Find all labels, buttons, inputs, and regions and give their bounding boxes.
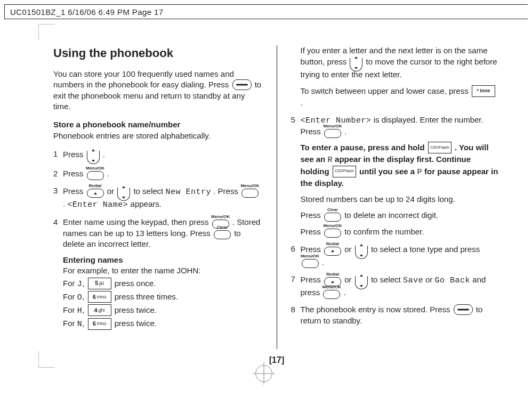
example-n: For N, 6mno press twice. bbox=[63, 318, 263, 330]
store-subtext: Phonebook entries are stored alphabetica… bbox=[53, 131, 211, 140]
example-h: For H, 4ghi press twice. bbox=[63, 305, 263, 317]
page: UC01501BZ_1 6/16/06 6:49 PM Page 17 Usin… bbox=[0, 0, 532, 397]
char: P bbox=[417, 168, 422, 177]
key-label: Redial bbox=[89, 183, 102, 189]
text: or bbox=[425, 276, 435, 285]
step-number: 4 bbox=[53, 217, 63, 330]
text: . bbox=[103, 150, 105, 159]
text: You can store your 100 frequently used n… bbox=[53, 69, 234, 89]
key-digit: 5 bbox=[95, 279, 98, 287]
display-text: Go Back bbox=[435, 277, 471, 286]
clear-key-icon: Clear bbox=[324, 213, 341, 222]
keypad-5-icon: 5jkl bbox=[88, 278, 111, 289]
menu-ok-key-icon: Menu/OK bbox=[302, 259, 319, 268]
text: , bbox=[82, 319, 86, 328]
entering-heading: Entering names bbox=[63, 255, 123, 264]
text: to confirm the number. bbox=[344, 227, 424, 236]
entering-example: For example, to enter the name JOHN: bbox=[63, 266, 200, 275]
step-6: 6 Press Redial or to select a tone type … bbox=[291, 244, 501, 268]
key-label: Menu/OK bbox=[240, 183, 259, 189]
text: press twice. bbox=[115, 319, 157, 328]
key-label: CID/Flash bbox=[335, 168, 354, 174]
text: to select a tone type and press bbox=[371, 245, 480, 254]
step-body: Enter name using the keypad, then press … bbox=[63, 217, 263, 330]
text: . bbox=[344, 127, 346, 136]
step-8: 8 The phonebook entry is now stored. Pre… bbox=[291, 304, 501, 326]
text: until you see a bbox=[359, 167, 417, 176]
step-number: 8 bbox=[291, 304, 301, 326]
text: Press bbox=[63, 187, 86, 196]
keypad-6-icon: 6mno bbox=[88, 291, 111, 303]
print-header-text: UC01501BZ_1 6/16/06 6:49 PM Page 17 bbox=[10, 7, 164, 17]
clear-key-icon: Clear bbox=[214, 230, 231, 239]
text: press three times. bbox=[115, 292, 178, 301]
menu-ok-key-icon: Menu/OK bbox=[323, 290, 340, 299]
step-number: 2 bbox=[53, 168, 63, 179]
text: Press bbox=[301, 245, 324, 254]
example-j: For J, 5jkl press once. bbox=[63, 278, 263, 290]
key-digit: 6 bbox=[93, 320, 96, 328]
key-label: * tone bbox=[477, 87, 490, 94]
text: To switch between upper and lower case, … bbox=[301, 86, 471, 95]
example-o: For O, 6mno press three times. bbox=[63, 291, 263, 303]
text: . Press bbox=[213, 187, 240, 196]
text: or bbox=[344, 245, 354, 254]
step-4: 4 Enter name using the keypad, then pres… bbox=[53, 217, 263, 330]
display-text: New Entry bbox=[165, 188, 211, 197]
text: For bbox=[63, 279, 77, 288]
step-body: Press Redial or to select New Entry . Pr… bbox=[63, 185, 263, 210]
text: The phonebook entry is now stored. Press bbox=[301, 305, 453, 314]
menu-ok-key-icon: Menu/OK bbox=[324, 129, 341, 138]
star-tone-key-icon: * tone bbox=[472, 85, 495, 97]
key-digit: 4 bbox=[94, 306, 97, 314]
menu-ok-key-icon: Menu/OK bbox=[87, 171, 104, 180]
crop-mark-icon bbox=[38, 351, 55, 368]
key-letters: jkl bbox=[99, 280, 104, 287]
char: H bbox=[77, 306, 83, 315]
char: J bbox=[77, 280, 83, 289]
redial-key-icon: Redial bbox=[87, 189, 104, 198]
key-letters: ghi bbox=[99, 307, 105, 313]
stored-length-note: Stored numbers can be up to 24 digits lo… bbox=[301, 194, 501, 205]
text: Enter name using the keypad, then press bbox=[63, 217, 211, 226]
text: Press bbox=[301, 276, 324, 285]
print-header: UC01501BZ_1 6/16/06 6:49 PM Page 17 bbox=[4, 4, 528, 19]
text: to select bbox=[371, 276, 403, 285]
page-number: [17] bbox=[269, 355, 284, 365]
key-label: Menu/OK bbox=[301, 254, 319, 260]
continuation-note: If you enter a letter and the next lette… bbox=[291, 45, 501, 108]
registration-mark-icon bbox=[255, 365, 277, 386]
end-key-icon bbox=[454, 304, 473, 315]
text: to select bbox=[133, 187, 165, 196]
key-label: Menu/OK bbox=[86, 166, 104, 172]
text: For bbox=[63, 305, 77, 314]
key-label: Redial bbox=[326, 272, 339, 278]
text: press twice. bbox=[115, 305, 157, 314]
right-column: If you enter a letter and the next lette… bbox=[277, 45, 501, 349]
key-label: Menu/OK bbox=[323, 124, 342, 129]
text: to delete an incorrect digit. bbox=[344, 210, 438, 220]
crop-mark-icon bbox=[38, 24, 55, 40]
text: For bbox=[63, 319, 77, 328]
key-label: Clear bbox=[217, 225, 228, 231]
store-heading-block: Store a phonebook name/number Phonebook … bbox=[53, 119, 263, 141]
step-number: 7 bbox=[291, 274, 301, 298]
entering-names-block: Entering names For example, to enter the… bbox=[63, 255, 263, 330]
step-number: 6 bbox=[291, 244, 301, 268]
key-label: Menu/OK bbox=[211, 214, 230, 220]
nav-key-icon bbox=[355, 276, 368, 289]
step-body: The phonebook entry is now stored. Press… bbox=[301, 304, 501, 326]
cid-flash-key-icon: CID/Flash bbox=[428, 142, 452, 153]
text: appears. bbox=[131, 199, 162, 208]
text: . bbox=[344, 288, 346, 297]
step-body: If you enter a letter and the next lette… bbox=[301, 45, 501, 108]
char: R bbox=[327, 156, 333, 165]
text: . bbox=[107, 169, 109, 178]
text: . bbox=[301, 98, 303, 107]
char: N bbox=[77, 320, 83, 329]
step-number: 1 bbox=[53, 149, 63, 162]
step-number bbox=[291, 45, 301, 108]
text: , bbox=[82, 279, 86, 288]
case-switch-note: To switch between upper and lower case, … bbox=[301, 86, 501, 108]
step-body: Press Redial or to select a tone type an… bbox=[301, 244, 501, 268]
